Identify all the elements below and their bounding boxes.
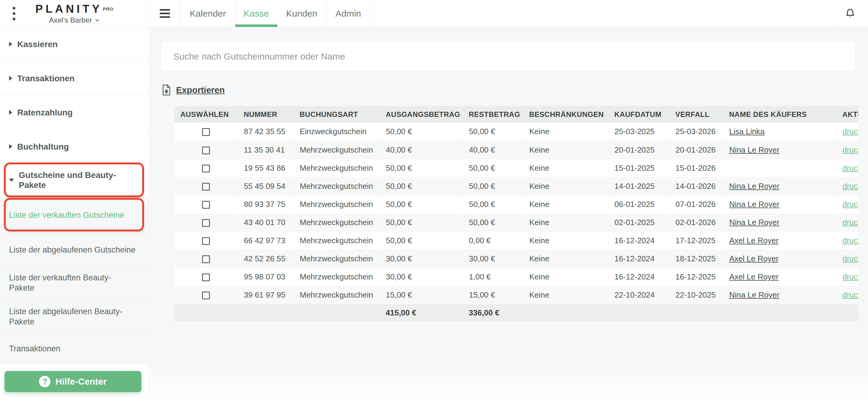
row-checkbox[interactable] (202, 147, 210, 154)
sidebar-section-ratenzahlung[interactable]: Ratenzahlung (0, 95, 149, 130)
column-header-verfall: VERFALL (669, 106, 723, 123)
hamburger-menu-icon[interactable] (149, 0, 180, 27)
tab-kasse[interactable]: Kasse (235, 0, 277, 27)
select-cell (174, 159, 238, 177)
select-cell (174, 250, 238, 268)
row-checkbox[interactable] (202, 255, 210, 263)
chevron-down-icon (95, 18, 100, 23)
cell-restbetrag: 1,00 € (463, 268, 523, 286)
help-center-label: Hilfe-Center (55, 376, 106, 387)
select-cell (174, 286, 238, 304)
voucher-row: 19 55 43 86Mehrzweckgutschein50,00 €50,0… (174, 159, 858, 177)
cell-nummer: 80 93 37 75 (238, 195, 293, 213)
row-checkbox[interactable] (202, 219, 210, 227)
row-checkbox[interactable] (202, 201, 210, 209)
select-cell (174, 141, 238, 159)
cell-ausgangsbetrag: 15,00 € (380, 286, 463, 304)
triangle-right-icon (9, 76, 12, 81)
column-header-beschränkungen: BESCHRÄNKUNGEN (523, 106, 608, 123)
sidebar-section-kassieren[interactable]: Kassieren (0, 27, 149, 61)
cell-beschraenkungen: Keine (523, 123, 608, 141)
cell-nummer: 87 42 35 55 (238, 123, 293, 141)
print-link[interactable]: drucken (843, 254, 859, 263)
cell-kaufdatum: 16-12-2024 (608, 232, 669, 250)
print-link[interactable]: drucken (843, 200, 859, 209)
buyer-name-link[interactable]: Nina Le Royer (730, 218, 779, 227)
print-link[interactable]: drucken (843, 218, 859, 227)
cell-aktion: drucken (836, 177, 858, 195)
total-empty-cell (238, 304, 293, 321)
select-cell (174, 177, 238, 195)
search-box (161, 41, 856, 71)
print-link[interactable]: drucken (843, 236, 859, 245)
help-center-button[interactable]: ? Hilfe-Center (4, 371, 141, 392)
export-label: Exportieren (176, 85, 225, 95)
cell-nummer: 55 45 09 54 (238, 177, 293, 195)
cell-ausgangsbetrag: 50,00 € (380, 123, 463, 141)
cell-restbetrag: 0,00 € (463, 232, 523, 250)
tab-kunden[interactable]: Kunden (277, 0, 326, 27)
cell-beschraenkungen: Keine (523, 250, 608, 268)
cell-kaeufer-name: Nina Le Royer (723, 195, 836, 213)
print-link[interactable]: drucken (843, 127, 859, 136)
row-checkbox[interactable] (202, 273, 210, 281)
sidebar-section-label: Transaktionen (17, 73, 74, 83)
buyer-name-link[interactable]: Nina Le Royer (730, 145, 779, 154)
cell-kaeufer-name: Nina Le Royer (723, 213, 836, 232)
voucher-table-container: AUSWÄHLENNUMMERBUCHUNGSARTAUSGANGSBETRAG… (174, 106, 858, 321)
buyer-name-link[interactable]: Nina Le Royer (730, 200, 779, 209)
row-checkbox[interactable] (202, 183, 210, 191)
cell-verfall: 02-01-2026 (669, 213, 723, 232)
triangle-right-icon (9, 144, 12, 149)
total-empty-cell (174, 304, 238, 321)
sidebar-section-buchhaltung[interactable]: Buchhaltung (0, 130, 149, 164)
notification-bell-button[interactable] (838, 0, 862, 27)
total-empty-cell (723, 304, 836, 321)
cell-ausgangsbetrag: 50,00 € (380, 159, 463, 177)
row-checkbox[interactable] (202, 237, 210, 245)
buyer-name-link[interactable]: Axel Le Royer (730, 272, 779, 281)
buyer-name-link[interactable]: Nina Le Royer (730, 290, 779, 299)
sidebar-item-transaktionen[interactable]: Transaktionen (0, 334, 149, 364)
row-checkbox[interactable] (202, 291, 210, 299)
cell-buchungsart: Einzweckgutschein (293, 123, 380, 141)
tab-admin[interactable]: Admin (326, 0, 371, 27)
sidebar-item-label: Liste der abgelaufenen Gutscheine (9, 245, 135, 255)
sidebar-item-liste-der-abgelaufenen-gutscheine[interactable]: Liste der abgelaufenen Gutscheine (0, 234, 149, 266)
kebab-menu-icon[interactable] (10, 5, 19, 22)
sidebar-item-liste-der-verkauften-gutscheine[interactable]: Liste der verkauften Gutscheine (0, 196, 149, 234)
export-link[interactable]: Exportieren (162, 84, 225, 96)
tab-label: Kasse (244, 8, 269, 19)
sidebar-item-liste-der-abgelaufenen-beauty-pakete[interactable]: Liste der abgelaufenen Beauty-Pakete (0, 300, 149, 334)
buyer-name-link[interactable]: Axel Le Royer (730, 236, 779, 245)
tab-kalender[interactable]: Kalender (180, 0, 235, 27)
cell-aktion: drucken (836, 159, 858, 177)
voucher-row: 95 98 07 03Mehrzweckgutschein30,00 €1,00… (174, 268, 858, 286)
sidebar-section-gutscheine-und-beauty-pakete[interactable]: Gutscheine und Beauty-Pakete (0, 164, 149, 196)
topbar-brand-area: PLANITYPRO Axel's Barber (0, 0, 149, 27)
buyer-name-link[interactable]: Axel Le Royer (730, 254, 779, 263)
cell-kaeufer-name: Axel Le Royer (723, 268, 836, 286)
voucher-search-input[interactable] (161, 42, 855, 71)
cell-restbetrag: 15,00 € (463, 286, 523, 304)
print-link[interactable]: drucken (843, 272, 859, 281)
table-header-row: AUSWÄHLENNUMMERBUCHUNGSARTAUSGANGSBETRAG… (174, 106, 858, 123)
buyer-name-link[interactable]: Lisa Linka (730, 127, 765, 136)
print-link[interactable]: drucken (843, 182, 859, 191)
print-link[interactable]: drucken (843, 163, 859, 173)
print-link[interactable]: drucken (843, 290, 859, 299)
cell-ausgangsbetrag: 50,00 € (380, 213, 463, 232)
print-link[interactable]: drucken (843, 145, 859, 154)
sidebar-section-transaktionen[interactable]: Transaktionen (0, 61, 149, 95)
cell-restbetrag: 50,00 € (463, 123, 523, 141)
cell-aktion: drucken (836, 268, 858, 286)
sidebar-item-liste-der-verkauften-beauty-pakete[interactable]: Liste der verkauften Beauty-Pakete (0, 266, 149, 300)
account-selector[interactable]: Axel's Barber (49, 16, 100, 25)
cell-nummer: 66 42 97 73 (238, 232, 293, 250)
voucher-row: 42 52 26 55Mehrzweckgutschein30,00 €30,0… (174, 250, 858, 268)
total-empty-cell (669, 304, 723, 321)
row-checkbox[interactable] (202, 128, 210, 136)
buyer-name-link[interactable]: Nina Le Royer (730, 182, 779, 191)
column-header-nummer: NUMMER (238, 106, 293, 123)
row-checkbox[interactable] (202, 165, 210, 173)
